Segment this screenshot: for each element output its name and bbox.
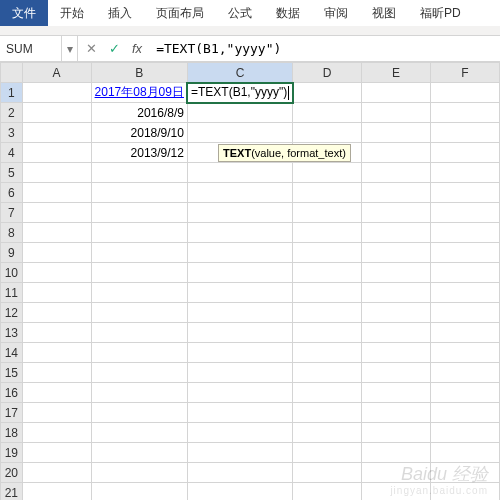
cell-D1[interactable] <box>293 83 362 103</box>
cell-B16[interactable] <box>91 383 187 403</box>
row-header-5[interactable]: 5 <box>1 163 23 183</box>
name-box[interactable]: SUM <box>0 36 62 61</box>
cell-C2[interactable] <box>187 103 292 123</box>
cell-D3[interactable] <box>293 123 362 143</box>
row-header-1[interactable]: 1 <box>1 83 23 103</box>
row-header-15[interactable]: 15 <box>1 363 23 383</box>
cell-C15[interactable] <box>187 363 292 383</box>
cell-D5[interactable] <box>293 163 362 183</box>
cell-E17[interactable] <box>362 403 431 423</box>
cell-A5[interactable] <box>22 163 91 183</box>
cell-C5[interactable] <box>187 163 292 183</box>
cell-A11[interactable] <box>22 283 91 303</box>
cell-D9[interactable] <box>293 243 362 263</box>
cell-E6[interactable] <box>362 183 431 203</box>
formula-input[interactable]: =TEXT(B1,"yyyy") <box>150 41 500 56</box>
cell-B19[interactable] <box>91 443 187 463</box>
insert-function-button[interactable]: fx <box>132 41 142 56</box>
cell-E7[interactable] <box>362 203 431 223</box>
row-header-7[interactable]: 7 <box>1 203 23 223</box>
select-all-corner[interactable] <box>1 63 23 83</box>
cell-A17[interactable] <box>22 403 91 423</box>
cell-B1[interactable]: 2017年08月09日 <box>91 83 187 103</box>
cell-C20[interactable] <box>187 463 292 483</box>
cell-B17[interactable] <box>91 403 187 423</box>
ribbon-tab-8[interactable]: 福昕PD <box>408 0 473 26</box>
cell-B15[interactable] <box>91 363 187 383</box>
cell-E9[interactable] <box>362 243 431 263</box>
cell-A19[interactable] <box>22 443 91 463</box>
ribbon-tab-6[interactable]: 审阅 <box>312 0 360 26</box>
cell-E2[interactable] <box>362 103 431 123</box>
row-header-18[interactable]: 18 <box>1 423 23 443</box>
cell-A20[interactable] <box>22 463 91 483</box>
row-header-14[interactable]: 14 <box>1 343 23 363</box>
cell-D19[interactable] <box>293 443 362 463</box>
ribbon-tab-1[interactable]: 开始 <box>48 0 96 26</box>
cell-A8[interactable] <box>22 223 91 243</box>
cell-F7[interactable] <box>431 203 500 223</box>
cell-A1[interactable] <box>22 83 91 103</box>
cell-E13[interactable] <box>362 323 431 343</box>
cell-C16[interactable] <box>187 383 292 403</box>
cell-F4[interactable] <box>431 143 500 163</box>
cell-D13[interactable] <box>293 323 362 343</box>
row-header-21[interactable]: 21 <box>1 483 23 501</box>
row-header-3[interactable]: 3 <box>1 123 23 143</box>
row-header-11[interactable]: 11 <box>1 283 23 303</box>
row-header-6[interactable]: 6 <box>1 183 23 203</box>
cell-F13[interactable] <box>431 323 500 343</box>
cell-E5[interactable] <box>362 163 431 183</box>
cell-B10[interactable] <box>91 263 187 283</box>
row-header-12[interactable]: 12 <box>1 303 23 323</box>
row-header-10[interactable]: 10 <box>1 263 23 283</box>
cell-C17[interactable] <box>187 403 292 423</box>
cell-C19[interactable] <box>187 443 292 463</box>
cell-F21[interactable] <box>431 483 500 501</box>
col-header-E[interactable]: E <box>362 63 431 83</box>
cell-A12[interactable] <box>22 303 91 323</box>
cell-B3[interactable]: 2018/9/10 <box>91 123 187 143</box>
cell-F11[interactable] <box>431 283 500 303</box>
cell-A21[interactable] <box>22 483 91 501</box>
cell-D11[interactable] <box>293 283 362 303</box>
cell-C6[interactable] <box>187 183 292 203</box>
row-header-19[interactable]: 19 <box>1 443 23 463</box>
cell-B4[interactable]: 2013/9/12 <box>91 143 187 163</box>
cell-C1[interactable]: =TEXT(B1,"yyyy") <box>187 83 292 103</box>
cell-E15[interactable] <box>362 363 431 383</box>
row-header-4[interactable]: 4 <box>1 143 23 163</box>
cell-F10[interactable] <box>431 263 500 283</box>
ribbon-tab-7[interactable]: 视图 <box>360 0 408 26</box>
cell-F15[interactable] <box>431 363 500 383</box>
cell-E3[interactable] <box>362 123 431 143</box>
cell-F12[interactable] <box>431 303 500 323</box>
row-header-20[interactable]: 20 <box>1 463 23 483</box>
cell-E19[interactable] <box>362 443 431 463</box>
cell-F14[interactable] <box>431 343 500 363</box>
row-header-13[interactable]: 13 <box>1 323 23 343</box>
formula-cancel-button[interactable]: ✕ <box>86 41 97 56</box>
cell-E4[interactable] <box>362 143 431 163</box>
cell-A2[interactable] <box>22 103 91 123</box>
cell-E14[interactable] <box>362 343 431 363</box>
cell-C9[interactable] <box>187 243 292 263</box>
cell-D16[interactable] <box>293 383 362 403</box>
cell-A6[interactable] <box>22 183 91 203</box>
row-header-17[interactable]: 17 <box>1 403 23 423</box>
cell-C3[interactable] <box>187 123 292 143</box>
ribbon-tab-3[interactable]: 页面布局 <box>144 0 216 26</box>
cell-B6[interactable] <box>91 183 187 203</box>
ribbon-tab-4[interactable]: 公式 <box>216 0 264 26</box>
ribbon-tab-2[interactable]: 插入 <box>96 0 144 26</box>
cell-B12[interactable] <box>91 303 187 323</box>
cell-A14[interactable] <box>22 343 91 363</box>
cell-D12[interactable] <box>293 303 362 323</box>
col-header-A[interactable]: A <box>22 63 91 83</box>
cell-A7[interactable] <box>22 203 91 223</box>
col-header-F[interactable]: F <box>431 63 500 83</box>
cell-A16[interactable] <box>22 383 91 403</box>
cell-A4[interactable] <box>22 143 91 163</box>
cell-F1[interactable] <box>431 83 500 103</box>
cell-B18[interactable] <box>91 423 187 443</box>
